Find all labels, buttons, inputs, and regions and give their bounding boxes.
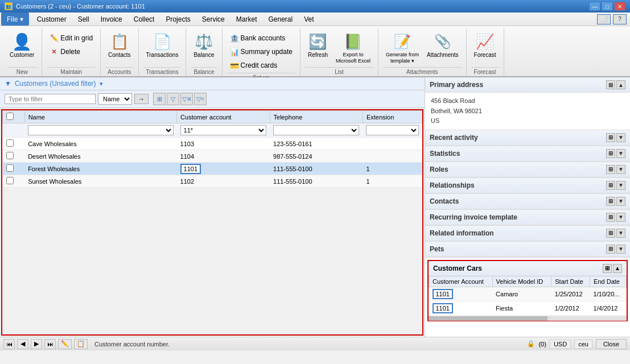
- table-header-row: Name Customer account Telephone Extensio…: [3, 111, 422, 123]
- recent-activity-collapse[interactable]: ▼: [616, 133, 625, 142]
- filter-btn-3[interactable]: ▽✕: [180, 93, 193, 105]
- col-telephone-header[interactable]: Telephone: [270, 111, 363, 123]
- refresh-button[interactable]: 🔄 Refresh: [305, 31, 331, 60]
- recurring-invoice-collapse[interactable]: ▼: [616, 213, 625, 222]
- primary-address-collapse-btn[interactable]: ▲: [616, 80, 625, 89]
- car-row[interactable]: 1101 Camaro 1/25/2012 1/10/20...: [429, 287, 627, 301]
- search-go-button[interactable]: →: [134, 94, 149, 104]
- car-model: Fiesta: [492, 301, 551, 315]
- recurring-invoice-header[interactable]: Recurring invoice template ⊞ ▼: [425, 210, 630, 225]
- row-account: 1102: [177, 175, 270, 188]
- table-row-selected[interactable]: Forest Wholesales 1101 111-555-0100 1: [3, 163, 422, 175]
- table-row[interactable]: Cave Wholesales 1103 123-555-0161: [3, 138, 422, 150]
- statistics-expand[interactable]: ⊞: [606, 149, 615, 158]
- customer-cars-table: Customer Account Vehicle Model ID Start …: [429, 276, 627, 316]
- menu-invoice[interactable]: Invoice: [95, 13, 128, 26]
- relationships-header[interactable]: Relationships ⊞ ▼: [425, 178, 630, 193]
- col-extension-header[interactable]: Extension: [363, 111, 422, 123]
- recent-activity-expand[interactable]: ⊞: [606, 133, 615, 142]
- statistics-header[interactable]: Statistics ⊞ ▼: [425, 146, 630, 162]
- summary-update-button[interactable]: 📊 Summary update: [227, 46, 295, 58]
- relationships-collapse[interactable]: ▼: [616, 181, 625, 190]
- pets-collapse[interactable]: ▼: [616, 245, 625, 254]
- search-field-select[interactable]: Name: [98, 93, 132, 105]
- filter-name-cell: [24, 123, 176, 138]
- menu-collect[interactable]: Collect: [128, 13, 160, 26]
- filter-dropdown-button[interactable]: ▾: [100, 80, 103, 88]
- contacts-collapse[interactable]: ▼: [616, 197, 625, 206]
- nav-next-button[interactable]: ▶: [31, 339, 42, 349]
- roles-header[interactable]: Roles ⊞ ▼: [425, 162, 630, 177]
- roles-collapse[interactable]: ▼: [616, 165, 625, 174]
- generate-template-button[interactable]: 📝 Generate fromtemplate ▾: [383, 31, 422, 66]
- close-window-button[interactable]: ✕: [614, 2, 625, 11]
- cars-scrollbar-thumb[interactable]: [429, 316, 547, 321]
- nav-first-button[interactable]: ⏮: [3, 339, 15, 349]
- customer-cars-expand[interactable]: ⊞: [603, 264, 612, 273]
- nav-copy-button[interactable]: 📋: [74, 339, 88, 349]
- edit-in-grid-button[interactable]: ✏️ Edit in grid: [47, 32, 96, 44]
- nav-last-button[interactable]: ⏭: [44, 339, 56, 349]
- nav-edit-button[interactable]: ✏️: [58, 339, 72, 349]
- filter-btn-4[interactable]: ▽=: [194, 93, 207, 105]
- table-row[interactable]: Desert Wholesales 1104 987-555-0124: [3, 150, 422, 163]
- credit-cards-button[interactable]: 💳 Credit cards: [227, 59, 281, 72]
- recurring-invoice-expand[interactable]: ⊞: [606, 213, 615, 222]
- table-row[interactable]: Sunset Wholesales 1102 111-555-0100 1: [3, 175, 422, 188]
- recent-activity-header[interactable]: Recent activity ⊞ ▼: [425, 130, 630, 146]
- menu-service[interactable]: Service: [196, 13, 230, 26]
- contacts-expand[interactable]: ⊞: [606, 197, 615, 206]
- menu-projects[interactable]: Projects: [160, 13, 196, 26]
- roles-expand[interactable]: ⊞: [606, 165, 615, 174]
- row-telephone: 111-555-0100: [270, 163, 363, 175]
- statistics-collapse[interactable]: ▼: [616, 149, 625, 158]
- ribbon-toggle-button[interactable]: ⬜: [597, 14, 611, 24]
- transactions-button[interactable]: 📄 Transactions: [143, 31, 182, 60]
- menu-sell[interactable]: Sell: [72, 13, 95, 26]
- menu-vet[interactable]: Vet: [298, 13, 319, 26]
- lock-icon: 🔒: [527, 340, 535, 348]
- row-checkbox: [3, 150, 25, 163]
- search-input[interactable]: [5, 94, 96, 104]
- menu-general[interactable]: General: [262, 13, 298, 26]
- attachments-button[interactable]: 📎 Attachments: [424, 31, 462, 60]
- cars-col-start: Start Date: [551, 276, 590, 287]
- filter-btn-2[interactable]: ▽: [167, 93, 179, 105]
- filter-btn-1[interactable]: ⊞: [153, 93, 166, 105]
- maximize-button[interactable]: □: [602, 2, 613, 11]
- customer-button[interactable]: 👤 Customer: [7, 31, 37, 60]
- contacts-button[interactable]: 📋 Contacts: [105, 31, 133, 60]
- customer-cars-collapse[interactable]: ▲: [613, 264, 622, 273]
- col-name-header[interactable]: Name: [24, 111, 176, 123]
- row-checkbox: [3, 175, 25, 188]
- pets-expand[interactable]: ⊞: [606, 245, 615, 254]
- menu-market[interactable]: Market: [230, 13, 263, 26]
- delete-button[interactable]: ✕ Delete: [47, 46, 83, 58]
- related-info-header[interactable]: Related information ⊞ ▼: [425, 226, 630, 241]
- contacts-label: Contacts: [108, 52, 130, 59]
- primary-address-expand-btn[interactable]: ⊞: [606, 80, 615, 89]
- nav-prev-button[interactable]: ◀: [17, 339, 28, 349]
- balance-button[interactable]: ⚖️ Balance: [191, 31, 217, 60]
- contacts-header[interactable]: Contacts ⊞ ▼: [425, 194, 630, 209]
- filter-telephone-select[interactable]: [273, 125, 359, 135]
- select-all-checkbox[interactable]: [6, 113, 14, 120]
- bank-icon: 🏦: [230, 34, 239, 43]
- col-account-header[interactable]: Customer account: [177, 111, 270, 123]
- filter-name-select[interactable]: [28, 125, 173, 135]
- filter-extension-select[interactable]: [366, 125, 418, 135]
- related-info-collapse[interactable]: ▼: [616, 229, 625, 238]
- filter-account-select[interactable]: 11*: [180, 125, 266, 135]
- export-excel-button[interactable]: 📗 Export toMicrosoft Excel: [333, 31, 373, 66]
- related-info-expand[interactable]: ⊞: [606, 229, 615, 238]
- relationships-expand[interactable]: ⊞: [606, 181, 615, 190]
- menu-file[interactable]: File ▾: [1, 13, 29, 26]
- menu-customer[interactable]: Customer: [31, 13, 72, 26]
- minimize-button[interactable]: —: [589, 2, 600, 11]
- forecast-button[interactable]: 📈 Forecast: [471, 31, 499, 60]
- close-button[interactable]: Close: [596, 339, 627, 349]
- help-button[interactable]: ?: [613, 14, 627, 24]
- pets-header[interactable]: Pets ⊞ ▼: [425, 242, 630, 257]
- car-row[interactable]: 1101 Fiesta 1/2/2012 1/4/2012: [429, 301, 627, 315]
- bank-accounts-button[interactable]: 🏦 Bank accounts: [227, 32, 289, 44]
